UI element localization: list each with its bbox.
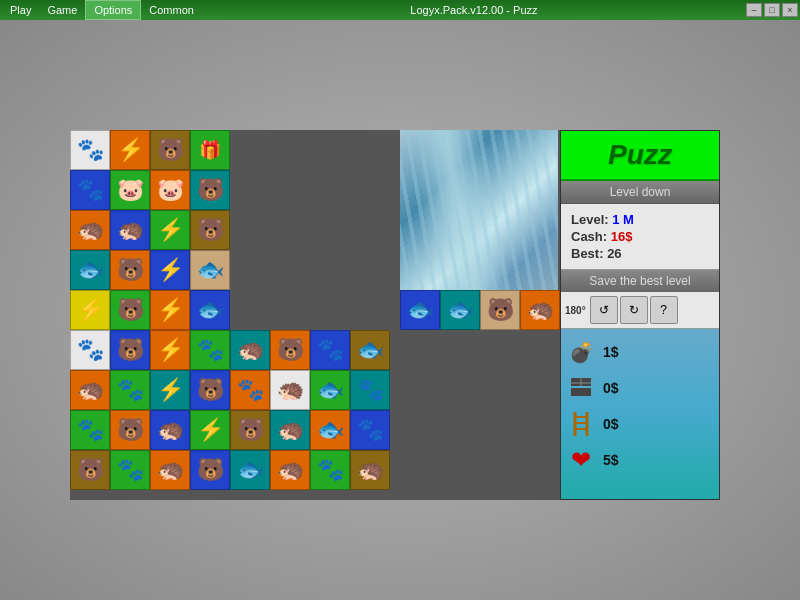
partial-cell-1[interactable]: 🐟	[400, 290, 440, 330]
cell-6-3[interactable]: ⚡	[150, 330, 190, 370]
level-label: Level:	[571, 212, 609, 227]
cell-4-1[interactable]: 🐟	[70, 250, 110, 290]
help-button[interactable]: ?	[650, 296, 678, 324]
cell-5-4[interactable]: 🐟	[190, 290, 230, 330]
cell-8-2[interactable]: 🐻	[110, 410, 150, 450]
cell-7-5[interactable]: 🐾	[230, 370, 270, 410]
cell-9-1[interactable]: 🐻	[70, 450, 110, 490]
cell-6-1[interactable]: 🐾	[70, 330, 110, 370]
toolbar: 180° ↺ ↻ ?	[561, 292, 719, 329]
grid-row-5: ⚡ 🐻 ⚡ 🐟	[70, 290, 400, 330]
close-button[interactable]: ×	[782, 3, 798, 17]
cell-6-6[interactable]: 🐻	[270, 330, 310, 370]
cell-5-3[interactable]: ⚡	[150, 290, 190, 330]
svg-rect-1	[571, 388, 591, 396]
cell-4-4[interactable]: 🐟	[190, 250, 230, 290]
minimize-button[interactable]: –	[746, 3, 762, 17]
grid-row-6: 🐾 🐻 ⚡ 🐾 🦔 🐻 🐾 🐟	[70, 330, 400, 370]
block-price: 0$	[603, 380, 619, 396]
powerup-ladder[interactable]: 0$	[565, 407, 715, 441]
cell-7-1[interactable]: 🦔	[70, 370, 110, 410]
game-container: 🐾 ⚡ 🐻 🎁 🐾 🐷 🐷 🐻 🦔 🦔 ⚡ 🐻	[70, 130, 730, 510]
level-down-button[interactable]: Level down	[561, 181, 719, 204]
cell-3-1[interactable]: 🦔	[70, 210, 110, 250]
menu-game[interactable]: Game	[39, 0, 85, 20]
cell-9-6[interactable]: 🦔	[270, 450, 310, 490]
cell-8-4[interactable]: ⚡	[190, 410, 230, 450]
bomb-icon: 💣	[565, 336, 597, 368]
cell-3-4[interactable]: 🐻	[190, 210, 230, 250]
grid-row-4: 🐟 🐻 ⚡ 🐟	[70, 250, 400, 290]
cell-9-5[interactable]: 🐟	[230, 450, 270, 490]
powerup-block[interactable]: 0$	[565, 371, 715, 405]
cell-7-7[interactable]: 🐟	[310, 370, 350, 410]
cell-9-3[interactable]: 🦔	[150, 450, 190, 490]
cell-4-3[interactable]: ⚡	[150, 250, 190, 290]
block-icon	[565, 372, 597, 404]
background-image	[400, 130, 558, 290]
partial-grid-right: 🐟 🐟 🐻 🦔	[400, 290, 560, 330]
cell-7-6[interactable]: 🦔	[270, 370, 310, 410]
partial-cell-4[interactable]: 🦔	[520, 290, 560, 330]
cell-7-8[interactable]: 🐾	[350, 370, 390, 410]
cell-8-3[interactable]: 🦔	[150, 410, 190, 450]
menu-options[interactable]: Options	[85, 0, 141, 20]
cell-2-2[interactable]: 🐷	[110, 170, 150, 210]
menu-play[interactable]: Play	[2, 0, 39, 20]
cell-6-2[interactable]: 🐻	[110, 330, 150, 370]
heart-icon: ❤	[565, 444, 597, 476]
cell-6-8[interactable]: 🐟	[350, 330, 390, 370]
cell-8-1[interactable]: 🐾	[70, 410, 110, 450]
grid-row-7: 🦔 🐾 ⚡ 🐻 🐾 🦔 🐟 🐾	[70, 370, 400, 410]
cell-2-4[interactable]: 🐻	[190, 170, 230, 210]
grid-area[interactable]: 🐾 ⚡ 🐻 🎁 🐾 🐷 🐷 🐻 🦔 🦔 ⚡ 🐻	[70, 130, 400, 500]
cell-1-3[interactable]: 🐻	[150, 130, 190, 170]
cell-6-5[interactable]: 🦔	[230, 330, 270, 370]
cell-2-3[interactable]: 🐷	[150, 170, 190, 210]
menu-common[interactable]: Common	[141, 0, 202, 20]
cell-3-2[interactable]: 🦔	[110, 210, 150, 250]
cell-6-4[interactable]: 🐾	[190, 330, 230, 370]
cell-5-2[interactable]: 🐻	[110, 290, 150, 330]
cell-7-3[interactable]: ⚡	[150, 370, 190, 410]
cell-3-3[interactable]: ⚡	[150, 210, 190, 250]
partial-cell-2[interactable]: 🐟	[440, 290, 480, 330]
game-board[interactable]: 🐾 ⚡ 🐻 🎁 🐾 🐷 🐷 🐻 🦔 🦔 ⚡ 🐻	[70, 130, 560, 500]
cell-8-5[interactable]: 🐻	[230, 410, 270, 450]
ladder-icon	[565, 408, 597, 440]
game-title: Puzz	[561, 131, 719, 181]
cash-stat: Cash: 16$	[571, 229, 709, 244]
title-bar: Play Game Options Common Logyx.Pack.v12.…	[0, 0, 800, 20]
cell-8-6[interactable]: 🦔	[270, 410, 310, 450]
window-controls: – □ ×	[746, 3, 798, 17]
powerup-bomb[interactable]: 💣 1$	[565, 335, 715, 369]
cell-1-4[interactable]: 🎁	[190, 130, 230, 170]
best-value: 26	[607, 246, 621, 261]
cell-7-2[interactable]: 🐾	[110, 370, 150, 410]
cell-9-4[interactable]: 🐻	[190, 450, 230, 490]
cell-9-7[interactable]: 🐾	[310, 450, 350, 490]
cell-9-2[interactable]: 🐾	[110, 450, 150, 490]
level-stat: Level: 1 M	[571, 212, 709, 227]
cell-8-8[interactable]: 🐾	[350, 410, 390, 450]
cell-7-4[interactable]: 🐻	[190, 370, 230, 410]
cell-1-1[interactable]: 🐾	[70, 130, 110, 170]
cash-value: 16$	[611, 229, 633, 244]
cell-9-8[interactable]: 🦔	[350, 450, 390, 490]
undo-button[interactable]: ↺	[590, 296, 618, 324]
save-best-button[interactable]: Save the best level	[561, 270, 719, 292]
redo-button[interactable]: ↻	[620, 296, 648, 324]
cell-4-2[interactable]: 🐻	[110, 250, 150, 290]
best-label: Best:	[571, 246, 604, 261]
maximize-button[interactable]: □	[764, 3, 780, 17]
cell-5-1[interactable]: ⚡	[70, 290, 110, 330]
cell-1-2[interactable]: ⚡	[110, 130, 150, 170]
cell-6-7[interactable]: 🐾	[310, 330, 350, 370]
cell-2-1[interactable]: 🐾	[70, 170, 110, 210]
powerup-heart[interactable]: ❤ 5$	[565, 443, 715, 477]
right-panel: Puzz Level down Level: 1 M Cash: 16$ Bes…	[560, 130, 720, 500]
partial-cell-3[interactable]: 🐻	[480, 290, 520, 330]
cell-8-7[interactable]: 🐟	[310, 410, 350, 450]
grid-row-9: 🐻 🐾 🦔 🐻 🐟 🦔 🐾 🦔	[70, 450, 400, 490]
cash-label: Cash:	[571, 229, 607, 244]
